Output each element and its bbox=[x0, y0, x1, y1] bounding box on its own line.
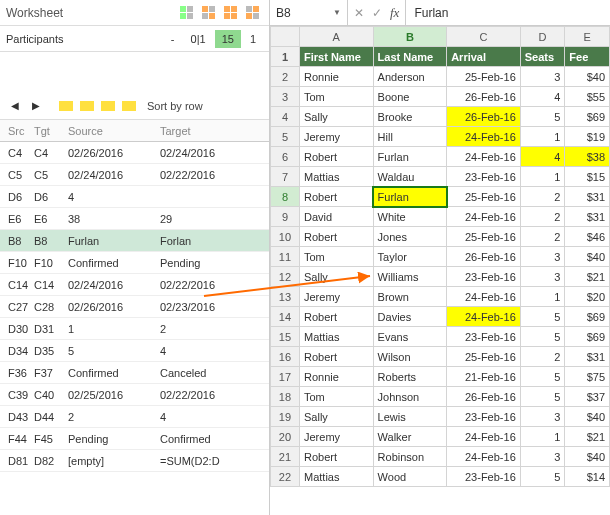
row-header[interactable]: 1 bbox=[271, 47, 300, 67]
row-header[interactable]: 18 bbox=[271, 387, 300, 407]
grid-cell[interactable]: $40 bbox=[565, 447, 610, 467]
view-icon-4[interactable] bbox=[243, 4, 263, 22]
grid-cell[interactable]: Robert bbox=[299, 187, 373, 207]
grid-cell[interactable]: 1 bbox=[520, 167, 565, 187]
col-header[interactable]: E bbox=[565, 27, 610, 47]
nav-prev-icon[interactable]: ◀ bbox=[6, 97, 24, 115]
grid-cell[interactable]: Robert bbox=[299, 147, 373, 167]
grid-cell[interactable]: 5 bbox=[520, 107, 565, 127]
row-header[interactable]: 19 bbox=[271, 407, 300, 427]
diff-row[interactable]: D34D3554 bbox=[0, 340, 269, 362]
grid-header-cell[interactable]: Last Name bbox=[373, 47, 447, 67]
grid-cell[interactable]: $40 bbox=[565, 247, 610, 267]
grid-cell[interactable]: 24-Feb-16 bbox=[447, 147, 521, 167]
grid-cell[interactable]: $20 bbox=[565, 287, 610, 307]
diff-row[interactable]: E6E63829 bbox=[0, 208, 269, 230]
grid-cell[interactable]: 2 bbox=[520, 227, 565, 247]
grid-cell[interactable]: Robinson bbox=[373, 447, 447, 467]
grid-cell[interactable]: 25-Feb-16 bbox=[447, 347, 521, 367]
grid-header-cell[interactable]: Seats bbox=[520, 47, 565, 67]
nav-next-icon[interactable]: ▶ bbox=[27, 97, 45, 115]
grid-cell[interactable]: Tom bbox=[299, 247, 373, 267]
grid-cell[interactable]: 1 bbox=[520, 287, 565, 307]
grid-cell[interactable]: Sally bbox=[299, 407, 373, 427]
diff-row[interactable]: F44F45PendingConfirmed bbox=[0, 428, 269, 450]
diff-hdr-src[interactable]: Src bbox=[0, 125, 34, 137]
row-header[interactable]: 22 bbox=[271, 467, 300, 487]
grid-cell[interactable]: 2 bbox=[520, 347, 565, 367]
row-header[interactable]: 8 bbox=[271, 187, 300, 207]
grid-cell[interactable]: Jones bbox=[373, 227, 447, 247]
diff-row[interactable]: F36F37ConfirmedCanceled bbox=[0, 362, 269, 384]
grid-cell[interactable]: $37 bbox=[565, 387, 610, 407]
col-header[interactable] bbox=[271, 27, 300, 47]
grid-cell[interactable]: Mattias bbox=[299, 327, 373, 347]
grid-cell[interactable]: Robert bbox=[299, 307, 373, 327]
grid-cell[interactable]: 26-Feb-16 bbox=[447, 87, 521, 107]
grid-cell[interactable]: White bbox=[373, 207, 447, 227]
diff-hdr-source[interactable]: Source bbox=[68, 125, 160, 137]
grid-cell[interactable]: $31 bbox=[565, 187, 610, 207]
grid-header-cell[interactable]: Fee bbox=[565, 47, 610, 67]
grid-cell[interactable]: 4 bbox=[520, 147, 565, 167]
row-header[interactable]: 21 bbox=[271, 447, 300, 467]
grid-cell[interactable]: $14 bbox=[565, 467, 610, 487]
grid-cell[interactable]: David bbox=[299, 207, 373, 227]
grid-cell[interactable]: Robert bbox=[299, 347, 373, 367]
grid-cell[interactable]: $75 bbox=[565, 367, 610, 387]
row-header[interactable]: 3 bbox=[271, 87, 300, 107]
row-header[interactable]: 5 bbox=[271, 127, 300, 147]
grid-cell[interactable]: Sally bbox=[299, 267, 373, 287]
row-header[interactable]: 7 bbox=[271, 167, 300, 187]
nav-jump-last-icon[interactable] bbox=[120, 97, 138, 115]
grid-cell[interactable]: $31 bbox=[565, 207, 610, 227]
grid-cell[interactable]: 1 bbox=[520, 127, 565, 147]
grid-cell[interactable]: 1 bbox=[520, 427, 565, 447]
row-header[interactable]: 16 bbox=[271, 347, 300, 367]
row-header[interactable]: 10 bbox=[271, 227, 300, 247]
grid-cell[interactable]: Sally bbox=[299, 107, 373, 127]
grid-cell[interactable]: $21 bbox=[565, 267, 610, 287]
grid-cell[interactable]: Wood bbox=[373, 467, 447, 487]
diff-row[interactable]: F10F10ConfirmedPending bbox=[0, 252, 269, 274]
row-header[interactable]: 6 bbox=[271, 147, 300, 167]
grid-cell[interactable]: Brooke bbox=[373, 107, 447, 127]
grid-cell[interactable]: 24-Feb-16 bbox=[447, 427, 521, 447]
grid-cell[interactable]: 23-Feb-16 bbox=[447, 167, 521, 187]
nav-jump-first-icon[interactable] bbox=[57, 97, 75, 115]
view-icon-3[interactable] bbox=[221, 4, 241, 22]
nav-jump-prev-icon[interactable] bbox=[78, 97, 96, 115]
grid-cell[interactable]: $69 bbox=[565, 107, 610, 127]
row-header[interactable]: 17 bbox=[271, 367, 300, 387]
diff-row[interactable]: C5C502/24/201602/22/2016 bbox=[0, 164, 269, 186]
grid-cell[interactable]: 5 bbox=[520, 467, 565, 487]
view-icon-1[interactable] bbox=[177, 4, 197, 22]
view-icon-2[interactable] bbox=[199, 4, 219, 22]
grid-cell[interactable]: $15 bbox=[565, 167, 610, 187]
diff-row[interactable]: D81D82[empty]=SUM(D2:D bbox=[0, 450, 269, 472]
nav-jump-next-icon[interactable] bbox=[99, 97, 117, 115]
grid-cell[interactable]: 2 bbox=[520, 207, 565, 227]
diff-hdr-tgt[interactable]: Tgt bbox=[34, 125, 68, 137]
grid-cell[interactable]: Mattias bbox=[299, 467, 373, 487]
diff-row[interactable]: C14C1402/24/201602/22/2016 bbox=[0, 274, 269, 296]
col-header[interactable]: C bbox=[447, 27, 521, 47]
grid-header-cell[interactable]: Arrival bbox=[447, 47, 521, 67]
name-box[interactable]: B8 ▼ bbox=[270, 0, 348, 25]
grid-cell[interactable]: 3 bbox=[520, 447, 565, 467]
grid-cell[interactable]: 4 bbox=[520, 87, 565, 107]
diff-row[interactable]: B8B8FurlanForlan bbox=[0, 230, 269, 252]
grid-cell[interactable]: 23-Feb-16 bbox=[447, 467, 521, 487]
part-val-0[interactable]: - bbox=[164, 30, 182, 48]
grid-cell[interactable]: 26-Feb-16 bbox=[447, 107, 521, 127]
grid-cell[interactable]: Boone bbox=[373, 87, 447, 107]
grid-cell[interactable]: Evans bbox=[373, 327, 447, 347]
grid-cell[interactable]: Williams bbox=[373, 267, 447, 287]
col-header[interactable]: D bbox=[520, 27, 565, 47]
grid-cell[interactable]: Tom bbox=[299, 87, 373, 107]
col-header[interactable]: B bbox=[373, 27, 447, 47]
diff-row[interactable]: C39C4002/25/201602/22/2016 bbox=[0, 384, 269, 406]
grid-cell[interactable]: 5 bbox=[520, 367, 565, 387]
row-header[interactable]: 2 bbox=[271, 67, 300, 87]
grid-cell[interactable]: Ronnie bbox=[299, 367, 373, 387]
